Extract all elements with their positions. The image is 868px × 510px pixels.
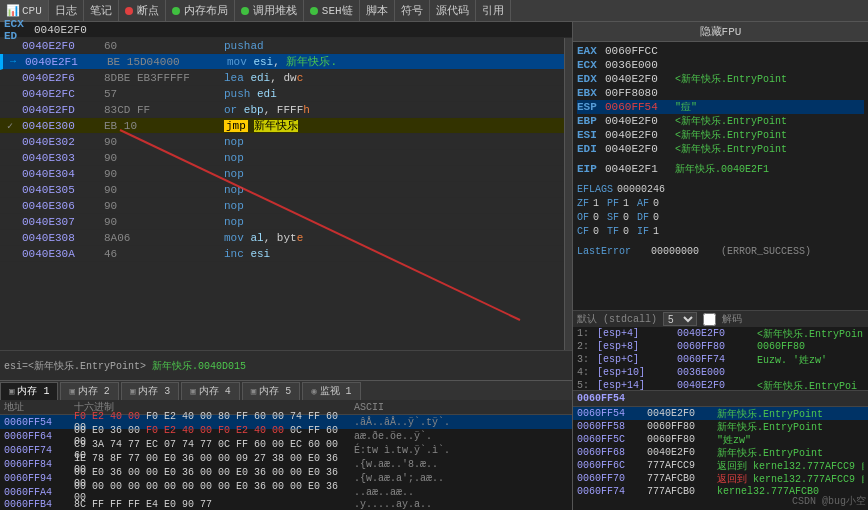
right-memory-panel: 0060FF54 0060FF54 0040E2F0 新年快乐.EntryPoi… [573, 390, 868, 510]
disasm-row[interactable]: 0040E302 90 nop [0, 134, 564, 150]
row-bytes: 83CD FF [100, 104, 220, 116]
row-asm: jmp 新年快乐 [220, 118, 564, 133]
rm-comment-1: 新年快乐.EntryPoint [717, 407, 823, 421]
memory-tabs: ▣ 内存 1 ▣ 内存 2 ▣ 内存 3 ▣ 内存 4 ▣ 内存 5 ◉ 监视 … [0, 380, 572, 400]
mem-row-addr: 0060FF64 [4, 431, 74, 442]
toolbar-notes[interactable]: 笔记 [84, 0, 119, 21]
disasm-row[interactable]: 0040E305 90 nop [0, 182, 564, 198]
disasm-row[interactable]: 0040E2FD 83CD FF or ebp, FFFFh [0, 102, 564, 118]
toolbar-cpu-label: CPU [22, 5, 42, 17]
disasm-row[interactable]: 0040E2F0 60 pushad [0, 38, 564, 54]
callstack-row-1[interactable]: 1: [esp+4] 0040E2F0 <新年快乐.EntryPoin [573, 327, 868, 340]
callstack-decode-checkbox[interactable] [703, 313, 716, 326]
reg-esi-val: 0040E2F0 [605, 129, 675, 141]
mem-icon-watch: ◉ [311, 383, 316, 401]
row-addr: 0040E304 [20, 168, 100, 180]
disasm-row[interactable]: 0040E307 90 nop [0, 214, 564, 230]
row-addr: 0040E2FC [20, 88, 100, 100]
cs-comment-1: <新年快乐.EntryPoin [757, 327, 863, 341]
right-mem-row-2[interactable]: 0060FF58 0060FF80 新年快乐.EntryPoint [573, 420, 868, 433]
mem-row[interactable]: 0060FFA4 00 00 00 00 00 00 00 00 00 E0 3… [0, 485, 572, 499]
mem-row-ascii: .{w.aæ..'8.æ.. [354, 459, 568, 470]
row-addr: 0040E2F6 [20, 72, 100, 84]
rm-val-6: 777AFCB0 [647, 473, 717, 484]
disasm-row[interactable]: 0040E303 90 nop [0, 150, 564, 166]
memory-tab-5[interactable]: ▣ 内存 5 [242, 382, 300, 400]
callstack-row-2[interactable]: 2: [esp+8] 0060FF80 0060FF80 [573, 340, 868, 353]
disasm-row[interactable]: 0040E306 90 nop [0, 198, 564, 214]
rm-comment-4: 新年快乐.EntryPoint [717, 446, 823, 460]
row-marker: ✓ [0, 120, 20, 132]
disasm-row[interactable]: 0040E2FC 57 push edi [0, 86, 564, 102]
mem-row[interactable]: 0060FFB4 8C FF FF FF E4 E0 90 77 .y.....… [0, 499, 572, 510]
mem-ascii-header: ASCII [354, 402, 568, 413]
watermark: CSDN @bug小空 [792, 494, 866, 508]
reg-esp-val: 0060FF54 [605, 101, 675, 113]
right-mem-row-4[interactable]: 0060FF68 0040E2F0 新年快乐.EntryPoint [573, 446, 868, 459]
row-asm: nop [220, 168, 564, 180]
right-mem-row-6[interactable]: 0060FF70 777AFCB0 返回到 kernel32.777AFCC9 … [573, 472, 868, 485]
ecx-value: 0040E2F0 [30, 24, 87, 36]
reg-esi-name: ESI [577, 129, 605, 141]
toolbar-symbols[interactable]: 符号 [395, 0, 430, 21]
memory-tab-3[interactable]: ▣ 内存 3 [121, 382, 179, 400]
row-asm: mov al, byte [220, 232, 564, 244]
row-addr: 0040E30A [20, 248, 100, 260]
registers-panel: EAX 0060FFCC ECX 0036E000 EDX 0040E2F0 <… [573, 42, 868, 310]
reg-ebp-comment: <新年快乐.EntryPoint [675, 114, 787, 128]
memory-tab-4[interactable]: ▣ 内存 4 [181, 382, 239, 400]
toolbar-refs[interactable]: 引用 [476, 0, 511, 21]
toolbar-script[interactable]: 脚本 [360, 0, 395, 21]
row-asm: inc esi [220, 248, 564, 260]
toolbar-memory-layout[interactable]: 内存布局 [166, 0, 235, 21]
eip-marker: → [3, 56, 23, 67]
eflags-value: 00000246 [617, 184, 665, 195]
row-addr: 0040E307 [20, 216, 100, 228]
af-val: 0 [653, 198, 659, 209]
mem-addr-header: 地址 [4, 400, 74, 414]
toolbar-source[interactable]: 源代码 [430, 0, 476, 21]
toolbar-refs-label: 引用 [482, 3, 504, 18]
right-panel: 隐藏FPU EAX 0060FFCC ECX 0036E000 EDX 0040… [573, 22, 868, 510]
pf-val: 1 [623, 198, 629, 209]
right-mem-row-5[interactable]: 0060FF6C 777AFCC9 返回到 kernel32.777AFCC9 … [573, 459, 868, 472]
rm-comment-5: 返回到 kernel32.777AFCC9 自? [717, 459, 864, 473]
cs-addr-4: 0036E000 [677, 367, 757, 378]
disasm-scrollbar[interactable] [564, 38, 572, 350]
mem-row-addr: 0060FF74 [4, 445, 74, 456]
row-bytes: 8DBE EB3FFFFF [100, 72, 220, 84]
disasm-row-jump[interactable]: ✓ 0040E300 EB 10 jmp 新年快乐 [0, 118, 564, 134]
callstack-depth-select[interactable]: 5 10 20 [663, 312, 697, 326]
mem-icon-1: ▣ [9, 383, 14, 401]
disasm-row[interactable]: 0040E304 90 nop [0, 166, 564, 182]
memory-tab-watch[interactable]: ◉ 监视 1 [302, 382, 360, 400]
disasm-row[interactable]: 0040E2F6 8DBE EB3FFFFF lea edi, dwc [0, 70, 564, 86]
toolbar-log[interactable]: 日志 [49, 0, 84, 21]
rm-addr-6: 0060FF70 [577, 473, 647, 484]
mem-row-ascii: .{w.aæ.a';.aæ.. [354, 473, 568, 484]
callstack-row-3[interactable]: 3: [esp+C] 0060FF74 Euzw. '姓zw' [573, 353, 868, 366]
eflags-flags-row1: ZF 1 PF 1 AF 0 [577, 196, 864, 210]
right-mem-row-1[interactable]: 0060FF54 0040E2F0 新年快乐.EntryPoint [573, 407, 868, 420]
reg-ecx-val: 0036E000 [605, 59, 675, 71]
memory-tab-2[interactable]: ▣ 内存 2 [60, 382, 118, 400]
disasm-row-current[interactable]: → 0040E2F1 BE 15D04000 mov esi, 新年快乐. [0, 54, 564, 70]
memory-tab-1[interactable]: ▣ 内存 1 [0, 382, 58, 400]
disasm-row[interactable]: 0040E30A 46 inc esi [0, 246, 564, 262]
right-mem-row-3[interactable]: 0060FF5C 0060FF80 "姓zw" [573, 433, 868, 446]
toolbar-breakpoints[interactable]: 断点 [119, 0, 166, 21]
toolbar-callstack[interactable]: 调用堆栈 [235, 0, 304, 21]
mem-tab-1-label: 内存 1 [17, 383, 49, 401]
callstack-row-4[interactable]: 4: [esp+10] 0036E000 [573, 366, 868, 379]
mem-row-addr: 0060FF84 [4, 459, 74, 470]
mem-tab-5-label: 内存 5 [259, 383, 291, 401]
reg-eip-comment: 新年快乐.0040E2F1 [675, 162, 769, 176]
toolbar-seh[interactable]: SEH链 [304, 0, 360, 21]
mem-tab-2-label: 内存 2 [78, 383, 110, 401]
toolbar-seh-label: SEH链 [322, 3, 353, 18]
rm-comment-2: 新年快乐.EntryPoint [717, 420, 823, 434]
disasm-row[interactable]: 0040E308 8A06 mov al, byte [0, 230, 564, 246]
lasterror-value: 00000000 [651, 246, 721, 257]
rm-addr-3: 0060FF5C [577, 434, 647, 445]
mem-row-ascii: ..aæ..aæ.. [354, 487, 568, 498]
